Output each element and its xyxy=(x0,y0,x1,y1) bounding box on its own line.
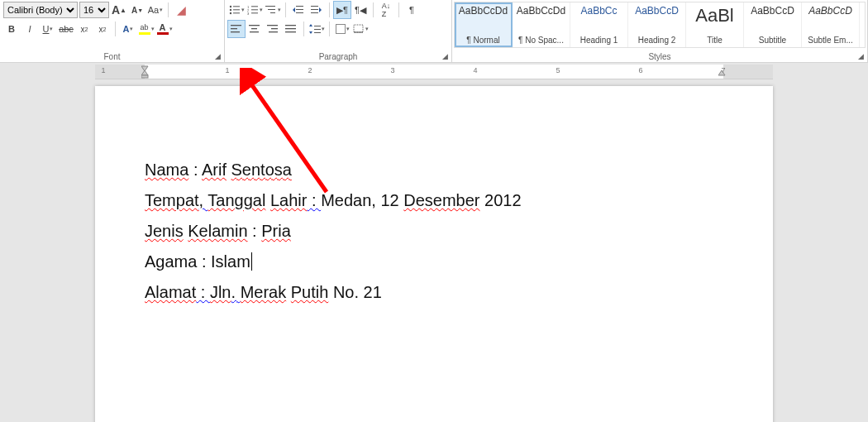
doc-line-4[interactable]: Agama : Islam xyxy=(145,252,723,271)
subscript-button[interactable]: x2 xyxy=(76,21,93,37)
styles-group-label: Styles ◢ xyxy=(452,51,867,62)
font-dialog-launcher[interactable]: ◢ xyxy=(212,52,222,62)
svg-rect-25 xyxy=(231,31,240,32)
highlight-color-button[interactable]: ab▾ xyxy=(138,21,155,37)
svg-point-0 xyxy=(229,6,231,7)
svg-rect-20 xyxy=(311,9,318,10)
svg-rect-44 xyxy=(141,75,148,78)
ruler-tick: 7 xyxy=(721,66,725,74)
svg-rect-39 xyxy=(314,32,321,33)
sort-button[interactable]: A↓Z xyxy=(378,2,394,18)
document-area: Nama : Arif Sentosa Tempat, Tanggal Lahi… xyxy=(0,86,868,422)
ruler-tick: 1 xyxy=(225,66,229,74)
hanging-indent-marker[interactable] xyxy=(141,70,150,79)
svg-rect-5 xyxy=(233,12,240,13)
bold-button[interactable]: B xyxy=(3,21,20,37)
ruler-tick: 4 xyxy=(473,66,477,74)
svg-rect-9 xyxy=(251,9,258,10)
styles-dialog-launcher[interactable]: ◢ xyxy=(856,52,866,62)
svg-rect-19 xyxy=(311,6,318,7)
superscript-button[interactable]: x2 xyxy=(94,21,111,37)
ltr-direction-button[interactable]: ▶¶ xyxy=(334,2,351,18)
style-item-subtle-em-[interactable]: AaBbCcDSubtle Em... xyxy=(802,2,860,47)
doc-line-1[interactable]: Nama : Arif Sentosa xyxy=(145,161,723,180)
svg-rect-30 xyxy=(271,28,278,29)
styles-group: AaBbCcDd¶ NormalAaBbCcDd¶ No Spac...AaBb… xyxy=(452,0,868,62)
style-gallery[interactable]: AaBbCcDd¶ NormalAaBbCcDd¶ No Spac...AaBb… xyxy=(454,2,866,48)
ribbon: Calibri (Body) 16 A▲ A▼ Aa▾ ◢ B I U▾ abc… xyxy=(0,0,868,63)
svg-rect-26 xyxy=(249,25,260,26)
ruler-tick: 2 xyxy=(308,66,312,74)
style-item--no-spac-[interactable]: AaBbCcDd¶ No Spac... xyxy=(513,2,570,47)
text-effects-button[interactable]: A▾ xyxy=(120,21,136,37)
svg-text:3: 3 xyxy=(247,12,250,15)
ruler-tick: 1 xyxy=(101,66,105,74)
svg-rect-14 xyxy=(270,12,275,13)
doc-line-5[interactable]: Alamat : Jln. Merak Putih No. 21 xyxy=(145,283,723,302)
font-name-select[interactable]: Calibri (Body) xyxy=(3,2,78,18)
italic-button[interactable]: I xyxy=(21,21,38,37)
svg-rect-12 xyxy=(265,6,275,7)
align-center-button[interactable] xyxy=(246,21,263,37)
svg-rect-41 xyxy=(354,32,363,33)
align-right-button[interactable] xyxy=(265,21,281,37)
rtl-direction-button[interactable]: ¶◀ xyxy=(352,2,369,18)
font-group: Calibri (Body) 16 A▲ A▼ Aa▾ ◢ B I U▾ abc… xyxy=(0,0,225,62)
doc-line-3[interactable]: Jenis Kelamin : Pria xyxy=(145,222,723,241)
numbering-button[interactable]: 123▾ xyxy=(246,2,263,18)
svg-rect-31 xyxy=(269,31,278,32)
svg-rect-21 xyxy=(311,12,318,13)
svg-rect-24 xyxy=(231,28,237,29)
grow-font-button[interactable]: A▲ xyxy=(111,2,127,18)
horizontal-ruler[interactable]: 1 1 2 3 4 5 6 7 xyxy=(95,65,773,79)
justify-button[interactable] xyxy=(283,21,299,37)
doc-line-2[interactable]: Tempat, Tanggal Lahir : Medan, 12 Desemb… xyxy=(145,191,723,210)
bullets-button[interactable]: ▾ xyxy=(228,2,245,18)
show-marks-button[interactable]: ¶ xyxy=(403,2,420,18)
line-spacing-button[interactable]: ▾ xyxy=(308,21,325,37)
font-color-button[interactable]: A▾ xyxy=(156,21,173,37)
svg-point-4 xyxy=(229,12,231,14)
ruler-tick: 6 xyxy=(638,66,642,74)
clear-formatting-button[interactable]: ◢ xyxy=(173,2,189,18)
svg-rect-37 xyxy=(314,26,321,26)
shading-button[interactable]: ▾ xyxy=(334,21,351,37)
increase-indent-button[interactable] xyxy=(308,2,325,18)
underline-button[interactable]: U▾ xyxy=(40,21,56,37)
ruler-tick: 5 xyxy=(556,66,560,74)
align-left-button[interactable] xyxy=(228,21,245,37)
paragraph-group-label: Paragraph ◢ xyxy=(225,51,451,62)
decrease-indent-button[interactable] xyxy=(290,2,307,18)
page[interactable]: Nama : Arif Sentosa Tempat, Tanggal Lahi… xyxy=(95,86,773,422)
svg-rect-16 xyxy=(296,9,303,10)
svg-rect-7 xyxy=(251,6,258,7)
svg-rect-28 xyxy=(250,31,259,32)
multilevel-list-button[interactable]: ▾ xyxy=(265,2,281,18)
style-item-heading-2[interactable]: AaBbCcDHeading 2 xyxy=(628,2,686,47)
paragraph-dialog-launcher[interactable]: ◢ xyxy=(440,52,450,62)
shrink-font-button[interactable]: A▼ xyxy=(129,2,145,18)
svg-marker-22 xyxy=(319,7,322,12)
svg-rect-38 xyxy=(314,29,321,30)
change-case-button[interactable]: Aa▾ xyxy=(147,2,164,18)
style-item-subtitle[interactable]: AaBbCcDSubtitle xyxy=(744,2,802,47)
font-size-select[interactable]: 16 xyxy=(79,2,109,18)
svg-rect-17 xyxy=(296,12,303,13)
svg-point-2 xyxy=(229,9,231,11)
svg-marker-35 xyxy=(309,24,312,26)
borders-button[interactable]: ▾ xyxy=(352,21,369,37)
svg-rect-40 xyxy=(354,25,363,32)
svg-rect-11 xyxy=(251,12,258,13)
svg-rect-27 xyxy=(251,28,257,29)
svg-rect-15 xyxy=(296,6,303,7)
font-group-label: Font ◢ xyxy=(0,51,224,62)
svg-rect-1 xyxy=(233,6,240,7)
svg-rect-32 xyxy=(285,25,296,26)
style-item-heading-1[interactable]: AaBbCcHeading 1 xyxy=(570,2,628,47)
svg-rect-3 xyxy=(233,9,240,10)
svg-rect-13 xyxy=(268,9,275,10)
svg-rect-29 xyxy=(267,25,278,26)
strikethrough-button[interactable]: abc xyxy=(58,21,74,37)
style-item-title[interactable]: AaBlTitle xyxy=(686,2,744,47)
style-item--normal[interactable]: AaBbCcDd¶ Normal xyxy=(455,2,513,47)
